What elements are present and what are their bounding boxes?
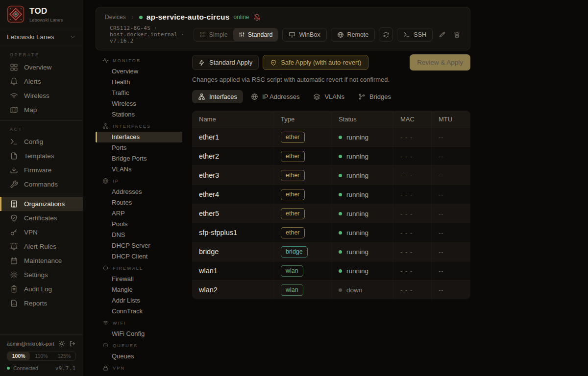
nav-item-ports[interactable]: Ports [96,142,182,153]
sidebar-item-organizations[interactable]: Organizations [0,197,83,211]
nav-item-arp[interactable]: ARP [96,208,182,219]
bell-off-icon[interactable] [253,14,261,21]
nav-item-vlans[interactable]: VLANs [96,164,182,175]
sidebar-item-label: Firmware [24,166,51,174]
apply-note: Changes applied via RSC script with auto… [192,76,470,83]
nav-item-firewall[interactable]: Firewall [96,274,182,284]
zoom-control: 100%110%125% [7,352,76,361]
review-apply-button[interactable]: Review & Apply [410,54,470,70]
nav-section-label: QUEUES [113,343,138,348]
nav-item-addr-lists[interactable]: Addr Lists [96,295,182,306]
nav-item-dns[interactable]: DNS [96,230,182,240]
ssh-button[interactable]: SSH [397,28,433,42]
sidebar-item-config[interactable]: Config [0,135,83,149]
cell-name: bridge [192,242,273,261]
sidebar-item-overview[interactable]: Overview [0,60,83,74]
nav-section-label: MONITOR [113,58,141,63]
delete-button[interactable] [451,29,462,40]
org-selector[interactable]: Lebowski Lanes [0,28,83,46]
nav-item-queues[interactable]: Queues [96,351,182,362]
main-area: Devices ap-service-auto-circus online CR… [83,0,588,376]
sidebar-item-firmware[interactable]: Firmware [0,163,83,177]
download-icon [10,166,18,174]
refresh-button[interactable] [379,27,393,42]
logout-icon[interactable] [69,340,76,347]
sidebar-item-audit-log[interactable]: Audit Log [0,282,83,296]
table-row[interactable]: ether1etherrunning- - --- [192,127,470,146]
cell-name: ether2 [192,147,273,165]
nav-item-mangle[interactable]: Mangle [96,284,182,295]
sidebar-item-commands[interactable]: Commands [0,177,83,191]
breadcrumb-devices-link[interactable]: Devices [105,14,126,21]
table-row[interactable]: bridgebridgerunning- - --- [192,242,470,261]
table-row[interactable]: ether3etherrunning- - --- [192,165,470,185]
nav-item-overview[interactable]: Overview [96,66,182,77]
nav-item-wifi-config[interactable]: WiFi Config [96,329,182,339]
table-row[interactable]: ether4etherrunning- - --- [192,185,470,204]
cell-type: wlan [273,261,331,280]
nav-item-bridge-ports[interactable]: Bridge Ports [96,153,182,164]
cell-status: running [331,185,393,204]
tab-ip-addresses[interactable]: IP Addresses [245,90,305,103]
remote-button[interactable]: Remote [331,28,375,42]
grid-icon [10,63,18,71]
view-standard-button[interactable]: Standard [233,28,278,41]
sidebar-item-label: Config [24,138,43,145]
sidebar-item-label: VPN [24,229,38,236]
nav-item-dhcp-client[interactable]: DHCP Client [96,251,182,262]
gear-icon [10,271,18,279]
sidebar-item-vpn[interactable]: VPN [0,225,83,239]
status-dot [339,174,342,177]
zoom-125-button[interactable]: 125% [53,352,75,360]
tab-vlans[interactable]: VLANs [307,90,350,103]
sidebar-item-maintenance[interactable]: Maintenance [0,254,83,268]
refresh-icon [383,31,390,38]
nav-item-ppp[interactable]: PPP [96,374,182,376]
brand: TOD Lebowski Lanes [0,0,83,28]
sun-icon[interactable] [58,340,65,347]
sidebar-item-templates[interactable]: Templates [0,149,83,163]
cell-type: wlan [273,281,331,299]
cell-status: running [331,128,393,146]
type-badge: ether [281,189,305,200]
view-simple-button[interactable]: Simple [194,28,233,41]
sidebar-item-alerts[interactable]: Alerts [0,74,83,89]
zoom-110-button[interactable]: 110% [30,352,52,360]
nav-item-dhcp-server[interactable]: DHCP Server [96,240,182,251]
nav-item-conntrack[interactable]: ConnTrack [96,306,182,317]
sidebar-section: ACTConfigTemplatesFirmwareCommands [0,120,83,191]
nav-item-addresses[interactable]: Addresses [96,187,182,197]
sidebar-item-alert-rules[interactable]: Alert Rules [0,239,83,254]
table-row[interactable]: sfp-sfpplus1etherrunning- - --- [192,223,470,242]
nav-item-pools[interactable]: Pools [96,219,182,230]
nav-item-wireless[interactable]: Wireless [96,98,182,109]
table-row[interactable]: wlan2wlandown- - --- [192,280,470,299]
table-row[interactable]: wlan1wlanrunning- - --- [192,261,470,280]
nav-item-stations[interactable]: Stations [96,109,182,120]
safe-apply-button[interactable]: Safe Apply (with auto-revert) [263,55,368,70]
interfaces-table: NameTypeStatusMACMTU ether1etherrunning-… [192,111,470,299]
user-email: admin@mikrotik-portal.dev [7,341,54,347]
type-badge: wlan [281,265,303,277]
cell-mac: - - - [393,166,431,185]
nav-item-health[interactable]: Health [96,77,182,88]
nav-section-interfaces: INTERFACES [96,120,192,132]
winbox-button[interactable]: WinBox [282,28,326,42]
sidebar-item-reports[interactable]: Reports [0,296,83,310]
sidebar-item-settings[interactable]: Settings [0,268,83,282]
zoom-100-button[interactable]: 100% [7,352,30,360]
tab-bridges[interactable]: Bridges [352,90,397,103]
table-row[interactable]: ether2etherrunning- - --- [192,146,470,165]
status-dot [339,231,342,235]
edit-button[interactable] [437,29,447,40]
nav-item-interfaces[interactable]: Interfaces [96,132,182,142]
standard-apply-button[interactable]: Standard Apply [192,55,259,70]
tab-interfaces[interactable]: Interfaces [192,90,243,103]
sidebar-item-wireless[interactable]: Wireless [0,89,83,103]
table-row[interactable]: ether5etherrunning- - --- [192,204,470,223]
nav-item-routes[interactable]: Routes [96,197,182,208]
sidebar-item-certificates[interactable]: Certificates [0,211,83,225]
view-toggle-label: Standard [248,31,273,38]
nav-item-traffic[interactable]: Traffic [96,88,182,98]
sidebar-item-map[interactable]: Map [0,103,83,117]
